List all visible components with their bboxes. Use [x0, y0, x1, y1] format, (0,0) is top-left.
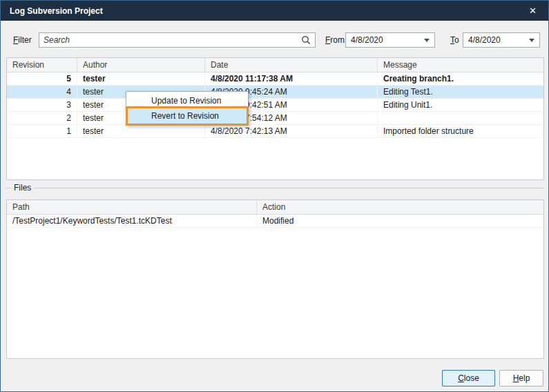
to-date-dropdown[interactable]: 4/8/2020 [463, 32, 540, 48]
cell-date: 4/8/2020 11:17:38 AM [205, 72, 378, 85]
cell-message: Imported folder structure [378, 125, 543, 137]
table-row[interactable]: 1 tester 4/8/2020 7:42:13 AM Imported fo… [7, 125, 543, 138]
menu-item-revert-to-revision[interactable]: Revert to Revision [128, 108, 247, 124]
from-label: From [325, 32, 345, 48]
help-button-label: Help [513, 371, 530, 386]
titlebar[interactable]: Log Subversion Project ✕ [1, 1, 548, 21]
log-subversion-dialog: Log Subversion Project ✕ Filter From 4/8… [0, 0, 549, 392]
close-icon[interactable]: ✕ [526, 5, 539, 17]
from-date-value: 4/8/2020 [351, 35, 424, 45]
context-menu: Update to Revision Revert to Revision [126, 91, 249, 126]
cell-author: tester [77, 72, 205, 85]
cell-message: Editing Test1. [378, 86, 543, 98]
search-icon[interactable] [301, 35, 311, 45]
cell-message [378, 112, 543, 124]
cell-revision: 1 [7, 125, 77, 137]
table-row[interactable]: 2 tester 4/8/2020 7:54:12 AM [7, 112, 543, 125]
cell-author: tester [77, 125, 205, 137]
search-box[interactable] [39, 32, 316, 48]
close-button[interactable]: Close [442, 370, 495, 386]
cell-path: /TestProject1/KeywordTests/Test1.tcKDTes… [7, 215, 257, 227]
menu-item-update-to-revision[interactable]: Update to Revision [128, 93, 247, 108]
files-groupbox-line [6, 188, 544, 188]
from-date-dropdown[interactable]: 4/8/2020 [345, 32, 435, 48]
close-button-label: Close [458, 371, 479, 386]
column-header-date[interactable]: Date [205, 58, 378, 72]
window-title: Log Subversion Project [10, 6, 526, 16]
column-header-message[interactable]: Message [378, 58, 543, 72]
cell-message: Editing Unit1. [378, 99, 543, 111]
filter-label: Filter [13, 32, 32, 48]
table-row-selected[interactable]: 4 tester 4/8/2020 9:45:24 AM Editing Tes… [7, 86, 543, 99]
column-header-action[interactable]: Action [257, 200, 543, 214]
files-table: Path Action /TestProject1/KeywordTests/T… [6, 199, 544, 359]
table-row[interactable]: 3 tester 4/8/2020 9:42:51 AM Editing Uni… [7, 99, 543, 112]
cell-revision: 3 [7, 99, 77, 111]
cell-action: Modified [257, 215, 543, 227]
cell-revision: 2 [7, 112, 77, 124]
column-header-author[interactable]: Author [77, 58, 205, 72]
to-label: To [450, 32, 459, 48]
column-header-path[interactable]: Path [7, 200, 257, 214]
revision-table-header: Revision Author Date Message [7, 58, 543, 72]
files-group-label: Files [11, 183, 34, 193]
table-row[interactable]: 5 tester 4/8/2020 11:17:38 AM Creating b… [7, 72, 543, 86]
search-input[interactable] [39, 35, 301, 45]
cell-message: Creating branch1. [378, 72, 543, 85]
files-table-row[interactable]: /TestProject1/KeywordTests/Test1.tcKDTes… [7, 215, 543, 228]
revision-table: Revision Author Date Message 5 tester 4/… [6, 57, 544, 180]
help-button[interactable]: Help [499, 370, 543, 386]
files-table-header: Path Action [7, 200, 543, 215]
to-date-value: 4/8/2020 [468, 35, 529, 45]
dropdown-arrow-icon [529, 39, 534, 42]
column-header-revision[interactable]: Revision [7, 58, 77, 72]
cell-revision: 4 [7, 86, 77, 98]
cell-date: 4/8/2020 7:42:13 AM [205, 125, 378, 137]
cell-revision: 5 [7, 72, 77, 85]
dropdown-arrow-icon [424, 39, 430, 42]
